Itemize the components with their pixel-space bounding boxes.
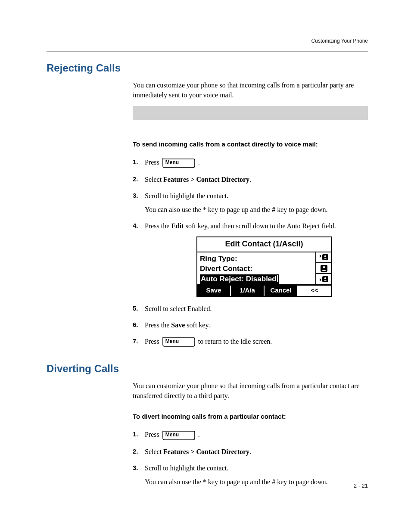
svg-marker-5	[320, 278, 321, 282]
lcd-side-down	[316, 274, 331, 284]
lcd-softkeys: Save 1/A/a Cancel <<	[197, 284, 331, 296]
menu-key-icon: Menu	[162, 158, 196, 168]
section-title-rejecting: Rejecting Calls	[47, 62, 368, 74]
section2-body: You can customize your phone so that inc…	[133, 381, 368, 487]
step-2: Select Features > Contact Directory.	[133, 174, 368, 185]
step-1: Press Menu .	[133, 157, 368, 168]
svg-point-2	[324, 255, 326, 257]
section2-intro: You can customize your phone so that inc…	[133, 381, 368, 401]
arrow-down-contact-icon	[318, 274, 330, 284]
lcd-row-autoreject-wrap: Auto Reject: Disabled	[200, 274, 313, 284]
step-5: Scroll to select Enabled.	[133, 304, 368, 314]
step2-post: .	[249, 176, 251, 183]
softkey-mode: 1/A/a	[231, 286, 265, 296]
menu-key-label: Menu	[165, 158, 179, 167]
section1-steps: Press Menu . Select Features > Contact D…	[133, 157, 368, 347]
header-breadcrumb: Customizing Your Phone	[311, 38, 368, 44]
lcd-row-autoreject: Auto Reject: Disabled	[200, 274, 279, 284]
step-3: Scroll to highlight the contact. You can…	[133, 191, 368, 215]
s2-step1-pre: Press	[145, 431, 161, 438]
section1-subhead: To send incoming calls from a contact di…	[133, 140, 368, 148]
s2-step1-post: .	[198, 431, 200, 438]
lcd-body: Ring Type: Divert Contact: Auto Reject: …	[197, 252, 331, 284]
contact-icon	[318, 264, 330, 273]
step4-post: soft key, and then scroll down to the Au…	[184, 222, 336, 230]
lcd-row-ringtype: Ring Type:	[200, 254, 313, 264]
svg-marker-0	[320, 254, 321, 258]
s2-step3-note: You can also use the * key to page up an…	[145, 477, 368, 487]
page-number: 2 - 21	[354, 482, 368, 489]
lcd-row-divert: Divert Contact:	[200, 264, 313, 274]
lcd-main: Ring Type: Divert Contact: Auto Reject: …	[197, 252, 315, 284]
section-title-diverting: Diverting Calls	[47, 363, 368, 375]
step-4: Press the Edit soft key, and then scroll…	[133, 221, 368, 297]
lcd-side-up	[316, 252, 331, 263]
step2-pre: Select	[145, 176, 163, 183]
menu-key-icon-3: Menu	[162, 430, 196, 441]
section2-subhead: To divert incoming calls from a particul…	[133, 413, 368, 420]
step6-pre: Press the	[145, 321, 171, 329]
section2-steps: Press Menu . Select Features > Contact D…	[133, 429, 368, 487]
lcd-side-icons	[315, 252, 331, 284]
lcd-side-mid	[316, 263, 331, 274]
svg-point-4	[323, 266, 325, 268]
s2-step2-pre: Select	[145, 448, 163, 455]
section1-body: You can customize your phone so that inc…	[133, 80, 368, 347]
lcd-cursor	[277, 275, 278, 282]
softkey-back: <<	[298, 286, 331, 296]
lcd-title: Edit Contact (1/Ascii)	[197, 237, 331, 252]
phone-lcd-figure: Edit Contact (1/Ascii) Ring Type: Divert…	[196, 236, 332, 297]
step1-text-post: .	[198, 159, 200, 166]
step-7: Press Menu to return to the idle screen.	[133, 336, 368, 347]
note-placeholder-band	[133, 106, 368, 120]
s2-step2-bold: Features > Contact Directory	[163, 448, 249, 455]
step5-text: Scroll to select Enabled.	[145, 305, 212, 312]
s2-step-3: Scroll to highlight the contact. You can…	[133, 463, 368, 487]
step4-pre: Press the	[145, 222, 171, 230]
menu-key-label-3: Menu	[165, 430, 179, 439]
s2-step2-post: .	[249, 448, 251, 455]
lcd-row-autoreject-text: Auto Reject: Disabled	[201, 275, 277, 283]
s2-step3-text: Scroll to highlight the contact.	[145, 464, 228, 472]
step4-bold: Edit	[171, 222, 184, 230]
step2-bold: Features > Contact Directory	[163, 176, 249, 183]
header-rule	[47, 51, 368, 52]
arrow-up-contact-icon	[318, 252, 330, 262]
step3-text: Scroll to highlight the contact.	[145, 192, 228, 199]
menu-key-label-2: Menu	[165, 337, 179, 345]
step6-post: soft key.	[185, 321, 210, 329]
svg-point-7	[324, 277, 326, 279]
step-6: Press the Save soft key.	[133, 320, 368, 330]
softkey-save: Save	[197, 286, 231, 296]
step3-note: You can also use the * key to page up an…	[145, 205, 368, 215]
s2-step-2: Select Features > Contact Directory.	[133, 447, 368, 457]
section1-intro: You can customize your phone so that inc…	[133, 80, 368, 100]
step6-bold: Save	[171, 321, 185, 329]
s2-step-1: Press Menu .	[133, 429, 368, 440]
softkey-cancel: Cancel	[265, 286, 298, 296]
step7-post: to return to the idle screen.	[198, 338, 272, 345]
menu-key-icon-2: Menu	[162, 337, 196, 347]
step1-text-pre: Press	[145, 159, 161, 166]
step7-pre: Press	[145, 338, 161, 345]
page: Customizing Your Phone Rejecting Calls Y…	[0, 0, 411, 532]
